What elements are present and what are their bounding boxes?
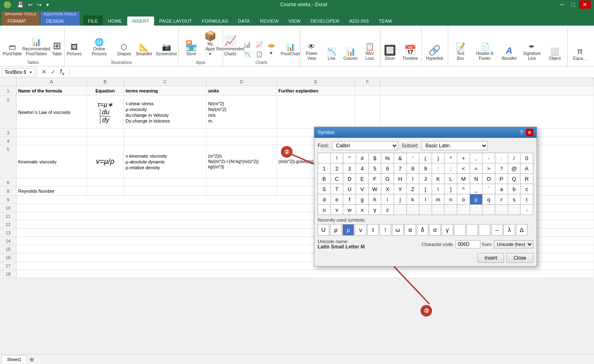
recently-used-cell[interactable]: λ — [504, 224, 515, 236]
symbol-cell[interactable]: 3 — [343, 163, 356, 173]
redo-button[interactable]: ↪ — [36, 1, 43, 9]
symbol-cell[interactable]: z — [381, 205, 394, 215]
shapes-button[interactable]: ⬡ Shapes — [115, 41, 133, 59]
symbol-cell[interactable]: q — [482, 194, 495, 204]
recommended-charts-button[interactable]: 📈 Recommended Charts — [220, 34, 241, 59]
symbol-cell[interactable] — [495, 205, 508, 215]
symbol-cell[interactable]: % — [381, 153, 394, 163]
symbol-cell[interactable]: x — [356, 205, 368, 215]
cell-c2[interactable]: τ-shear stress μ-viscocity du-change in … — [124, 96, 207, 128]
symbol-cell[interactable]: ] — [444, 184, 457, 194]
font-select[interactable]: Calibri — [332, 141, 398, 150]
tab-insert[interactable]: INSERT — [127, 17, 154, 26]
symbol-cell[interactable]: \ — [432, 184, 444, 194]
line-spark-button[interactable]: 📉 Line — [323, 46, 341, 63]
symbol-cell[interactable]: r — [495, 194, 508, 204]
pictures-button[interactable]: 🖼 Pictures — [65, 41, 83, 59]
timeline-button[interactable]: 📅 Timeline — [400, 43, 421, 63]
tab-design[interactable]: DESIGN — [40, 17, 80, 26]
close-button[interactable]: ✕ — [579, 0, 591, 9]
tab-view[interactable]: VIEW — [283, 17, 305, 26]
symbol-cell[interactable]: < — [457, 163, 470, 173]
cell-a4[interactable] — [17, 137, 87, 145]
symbol-cell[interactable]: P — [495, 174, 508, 184]
save-button[interactable]: 💾 — [15, 1, 25, 9]
symbol-cell[interactable]: & — [394, 153, 406, 163]
cell-d2[interactable]: N/(m^2) Ns/(m^2) m/s m. — [207, 96, 277, 128]
symbol-cell[interactable]: 8 — [407, 163, 419, 173]
dialog-help-button[interactable]: ? — [518, 129, 525, 136]
symbol-cell[interactable]: Q — [508, 174, 520, 184]
cell-a1[interactable]: Name of the formula — [17, 86, 87, 95]
symbol-cell[interactable]: D — [343, 174, 356, 184]
symbol-cell[interactable]: ) — [432, 153, 444, 163]
tab-page-layout[interactable]: PAGE LAYOUT — [154, 17, 197, 26]
win-loss-button[interactable]: 📋 Win/Loss — [361, 41, 379, 63]
cell-d3[interactable] — [207, 129, 277, 137]
signature-line-button[interactable]: ✒ Signature Line — [519, 41, 545, 63]
cell-a2[interactable]: Newton`s Law of viscosity — [17, 96, 87, 128]
symbol-cell[interactable]: M — [457, 174, 470, 184]
cell-b5[interactable]: v=μ/ρ — [87, 145, 124, 178]
tab-format[interactable]: FORMAT — [2, 17, 40, 26]
symbol-cell[interactable]: i — [381, 194, 394, 204]
textbox-button[interactable]: 📝 Text Box — [451, 41, 470, 63]
symbol-cell[interactable]: S — [318, 184, 330, 194]
charcode-input[interactable] — [456, 240, 480, 248]
cell-f1[interactable] — [355, 86, 380, 95]
close-dialog-button[interactable]: Close — [506, 253, 533, 263]
symbol-cell[interactable]: + — [457, 153, 470, 163]
symbol-cell[interactable]: 6 — [381, 163, 394, 173]
cell-e2[interactable] — [277, 96, 355, 128]
cell-c1[interactable]: terms meaning — [124, 86, 207, 95]
symbol-cell[interactable]: d — [318, 194, 330, 204]
recently-used-cell[interactable] — [466, 224, 478, 236]
recently-used-cell[interactable]: α — [404, 224, 416, 236]
symbol-cell[interactable]: G — [381, 174, 394, 184]
symbol-cell[interactable]: - — [482, 153, 495, 163]
symbol-cell[interactable] — [407, 205, 419, 215]
symbol-cell[interactable]: s — [508, 194, 520, 204]
recently-used-cell[interactable]: γ — [442, 224, 453, 236]
symbol-cell[interactable]: c — [520, 184, 533, 194]
symbol-cell[interactable]: k — [407, 194, 419, 204]
cell-a5[interactable]: Kinematic viscosity — [17, 145, 87, 178]
cell-b4[interactable] — [87, 137, 124, 145]
symbol-cell[interactable]: : — [432, 163, 444, 173]
symbol-cell[interactable]: E — [356, 174, 368, 184]
cell-b6[interactable] — [87, 178, 124, 186]
minimize-button[interactable]: ─ — [557, 0, 568, 9]
bar-chart-button[interactable]: 📉 — [242, 50, 253, 59]
symbol-cell[interactable]: o — [457, 194, 470, 204]
recently-used-cell[interactable]: τ — [367, 224, 379, 236]
enter-formula-button[interactable]: ✓ — [49, 67, 57, 77]
symbol-cell[interactable]: * — [444, 153, 457, 163]
symbol-cell[interactable]: _ — [470, 184, 482, 194]
tab-home[interactable]: HOME — [103, 17, 127, 26]
tab-developer[interactable]: DEVELOPER — [306, 17, 345, 26]
col-header-d[interactable]: D — [207, 78, 277, 85]
symbol-cell[interactable]: g — [356, 194, 368, 204]
symbol-cell[interactable]: l — [419, 194, 432, 204]
pivottable-button[interactable]: 🗃 PivotTable — [0, 41, 25, 59]
symbol-cell[interactable]: y — [369, 205, 381, 215]
cell-a8[interactable]: Reynolds Number — [17, 187, 87, 195]
symbol-cell[interactable] — [318, 153, 330, 163]
recently-used-cell[interactable] — [479, 224, 490, 236]
symbol-cell[interactable]: O — [482, 174, 495, 184]
symbol-cell[interactable]: 4 — [356, 163, 368, 173]
header-footer-button[interactable]: 📄 Header & Footer — [470, 41, 499, 63]
symbol-cell[interactable]: U — [343, 184, 356, 194]
symbol-cell[interactable] — [482, 205, 495, 215]
symbol-cell[interactable]: V — [356, 184, 368, 194]
symbol-cell[interactable]: [ — [419, 184, 432, 194]
symbol-cell[interactable]: b — [508, 184, 520, 194]
tab-formulas[interactable]: FORMULAS — [197, 17, 233, 26]
symbol-cell[interactable]: X — [381, 184, 394, 194]
slicer-button[interactable]: 🔲 Slicer — [381, 43, 399, 63]
symbol-cell[interactable]: K — [432, 174, 444, 184]
symbol-cell[interactable] — [432, 205, 444, 215]
name-box[interactable]: TextBox 6 ▾ — [2, 68, 35, 76]
symbol-cell[interactable]: / — [508, 153, 520, 163]
equation-button[interactable]: π Equa… — [570, 45, 589, 63]
